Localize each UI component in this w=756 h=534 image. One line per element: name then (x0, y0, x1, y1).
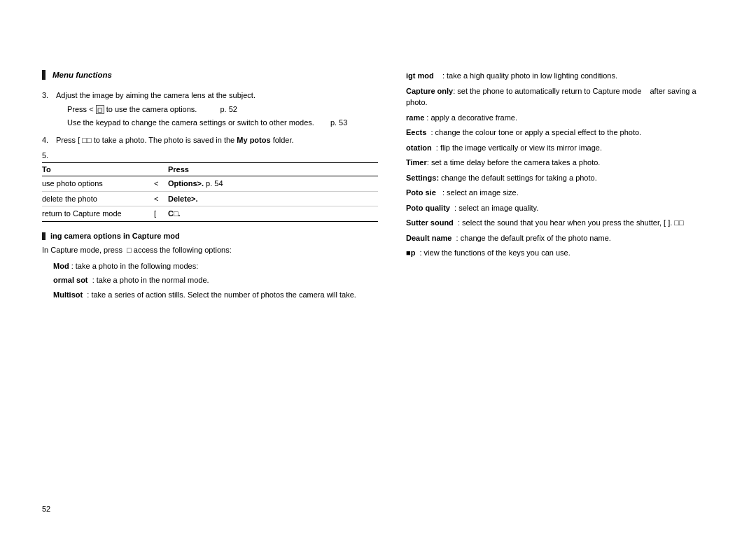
normal-sot-bold: ormal sot (53, 276, 88, 284)
capture-only-bold: Capture only (406, 87, 453, 95)
step-3-sub2-text: Use the keypad to change the camera sett… (67, 118, 314, 127)
right-item-timer: Timer: set a time delay before the camer… (406, 157, 714, 169)
help-bold: ■p (406, 248, 415, 257)
camera-title-text: ing camera options in Capture mod (50, 232, 180, 240)
row1-page: p. 54 (206, 179, 223, 188)
row3-col2: C□. (168, 208, 378, 220)
row2-col1: delete the photo (42, 193, 154, 205)
page-container: Menu functions 3. Adjust the image by ai… (0, 0, 756, 534)
right-item-poto-quality: Poto quality : select an image quality. (406, 202, 714, 214)
page-number: 52 (42, 505, 50, 513)
right-item-deault-name: Deault name : change the default prefix … (406, 232, 714, 244)
right-item-poto-sie: Poto sie : select an image size. (406, 187, 714, 199)
igt-mod-bold: igt mod (406, 71, 434, 80)
table-row: return to Capture mode [ C□. (42, 206, 378, 221)
right-item-rame: rame : apply a decorative frame. (406, 112, 714, 124)
option-normal-sot: ormal sot : take a photo in the normal m… (42, 274, 378, 286)
otation-bold: otation (406, 143, 432, 152)
step-3-sub2-page: p. 53 (330, 118, 347, 127)
col-header-to: To (42, 165, 154, 174)
step-5-label: 5. (42, 151, 48, 160)
multisot-bold: Multisot (53, 290, 83, 299)
option-multisot: Multisot : take a series of action still… (42, 289, 378, 301)
row3-col1: return to Capture mode (42, 208, 154, 220)
table-header: To Press (42, 163, 378, 176)
settings-bold: Settings: (406, 174, 439, 182)
camera-title-bar (42, 232, 46, 240)
delete-bold: Delete>. (168, 195, 198, 203)
poto-sie-bold: Poto sie (406, 188, 436, 197)
row2-arrow: < (154, 193, 168, 205)
col-header-arrow (154, 165, 168, 174)
table-row: delete the photo < Delete>. (42, 192, 378, 207)
option-mod: Mod : take a photo in the following mode… (42, 260, 378, 272)
timer-bold: Timer (406, 158, 427, 167)
step-5-container: 5. To Press use photo options < Options>… (42, 151, 378, 222)
right-item-sutter-sound: Sutter sound : select the sound that you… (406, 217, 714, 229)
step-4: 4. Press [ □□ to take a photo. The photo… (42, 134, 378, 146)
eects-bold: Eects (406, 128, 426, 136)
my-potos-bold: My potos (237, 136, 270, 144)
step-3-sub1-line: Press < □ to use the camera options. p. … (67, 104, 378, 115)
camera-options-key: □ (96, 105, 104, 114)
row2-col2: Delete>. (168, 193, 378, 205)
section-title: Menu functions (42, 70, 378, 80)
row1-arrow: < (154, 178, 168, 190)
options-intro: In Capture mode, press □ access the foll… (42, 244, 378, 256)
options-bold: Options>. (168, 179, 204, 188)
table-row: use photo options < Options>. p. 54 (42, 176, 378, 192)
right-item-capture-only: Capture only: set the phone to automatic… (406, 85, 714, 108)
row1-col1: use photo options (42, 178, 154, 190)
step-4-text: Press [ □□ to take a photo. The photo is… (56, 136, 294, 144)
options-table: To Press use photo options < Options>. p… (42, 162, 378, 222)
press-less-than-text: Press < (67, 105, 96, 113)
left-column: Menu functions 3. Adjust the image by ai… (42, 70, 378, 303)
step-3-text: Adjust the image by aiming the camera le… (56, 91, 255, 99)
title-bar-icon (42, 70, 46, 80)
right-column: igt mod : take a high quality photo in l… (406, 70, 714, 303)
col-header-press: Press (168, 165, 378, 174)
step-3-sub1: Press < □ to use the camera options. p. … (56, 104, 378, 129)
c-bold: C□. (168, 209, 181, 218)
right-item-igt-mod: igt mod : take a high quality photo in l… (406, 70, 714, 82)
step-3-number: 3. (42, 90, 48, 101)
step-4-number: 4. (42, 134, 48, 146)
step-3: 3. Adjust the image by aiming the camera… (42, 90, 378, 129)
content-area: Menu functions 3. Adjust the image by ai… (42, 70, 714, 303)
poto-quality-bold: Poto quality (406, 204, 450, 212)
section-title-text: Menu functions (52, 71, 112, 79)
right-item-otation: otation : flip the image vertically or v… (406, 142, 714, 154)
mod-bold: Mod (53, 262, 69, 270)
right-item-help: ■p : view the functions of the keys you … (406, 247, 714, 259)
camera-options-section: ing camera options in Capture mod In Cap… (42, 232, 378, 301)
camera-options-title: ing camera options in Capture mod (42, 232, 378, 241)
step-3-sub1-page: p. 52 (220, 105, 237, 113)
right-item-settings: Settings: change the default settings fo… (406, 172, 714, 184)
row1-col2: Options>. p. 54 (168, 178, 378, 190)
sutter-sound-bold: Sutter sound (406, 218, 454, 227)
right-item-eects: Eects : change the colour tone or apply … (406, 127, 714, 139)
step-3-sub2-line: Use the keypad to change the camera sett… (67, 117, 378, 129)
deault-name-bold: Deault name (406, 234, 451, 242)
rame-bold: rame (406, 113, 424, 122)
step-3-sub1-cont: to use the camera options. (104, 105, 197, 113)
row3-arrow: [ (154, 208, 168, 220)
